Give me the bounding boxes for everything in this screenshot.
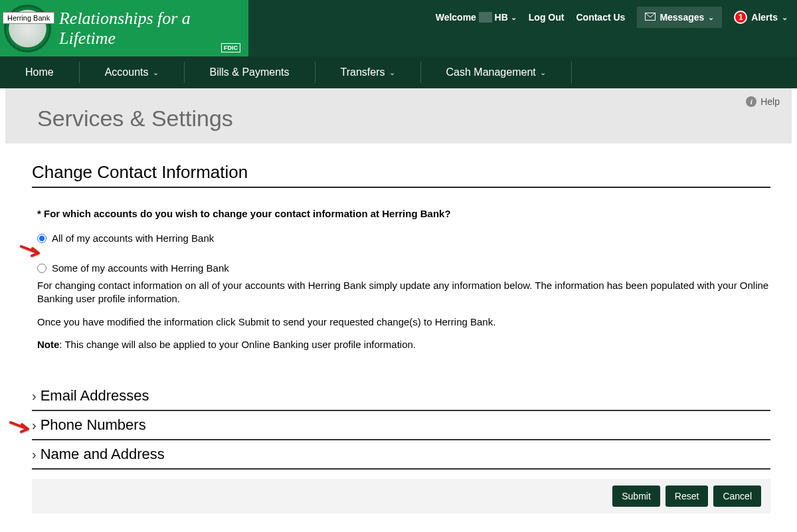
welcome-label: Welcome	[436, 12, 476, 23]
chevron-down-icon: ⌄	[511, 13, 517, 22]
instructional-text: For changing contact information on all …	[32, 279, 770, 351]
chevron-down-icon: ⌄	[540, 68, 546, 77]
nav-cash-label: Cash Management	[446, 66, 536, 78]
nav-accounts-label: Accounts	[105, 66, 149, 78]
info-icon: i	[746, 96, 756, 107]
accordion-name-label: Name and Address	[41, 446, 165, 463]
instruction-para-1: For changing contact information on all …	[37, 279, 770, 306]
envelope-icon	[645, 12, 656, 23]
submit-button[interactable]: Submit	[612, 486, 660, 507]
annotation-arrow-icon	[9, 420, 32, 433]
nav-separator	[571, 62, 572, 83]
contact-us-link[interactable]: Contact Us	[576, 12, 625, 23]
section-title: Change Contact Information	[32, 162, 770, 188]
instruction-para-2: Once you have modified the information c…	[37, 315, 770, 329]
alerts-menu[interactable]: 1 Alerts ⌄	[734, 11, 788, 24]
fdic-mark: FDIC	[221, 43, 240, 52]
user-avatar-placeholder	[479, 12, 492, 23]
action-bar: Submit Reset Cancel	[32, 479, 770, 513]
note-label: Note	[37, 339, 59, 350]
alert-count-badge: 1	[734, 11, 747, 24]
brand-block: Herring Bank Relationships for a Lifetim…	[0, 0, 248, 56]
chevron-down-icon: ⌄	[782, 13, 788, 22]
reset-button[interactable]: Reset	[665, 486, 709, 507]
account-scope-question: * For which accounts do you wish to chan…	[37, 208, 770, 219]
alerts-label: Alerts	[751, 12, 778, 23]
welcome-user-menu[interactable]: Welcome HB ⌄	[436, 12, 517, 23]
nav-accounts[interactable]: Accounts ⌄	[80, 56, 184, 88]
accordion-group: › Email Addresses › Phone Numbers › Name…	[32, 382, 770, 470]
chevron-right-icon: ›	[32, 447, 37, 462]
note-text: : This change will also be applied to yo…	[59, 339, 416, 350]
annotation-arrow-icon	[20, 244, 43, 257]
accordion-phone-label: Phone Numbers	[41, 416, 146, 434]
top-bar: Herring Bank Relationships for a Lifetim…	[0, 0, 797, 56]
brand-tagline: Relationships for a Lifetime	[59, 9, 248, 48]
messages-label: Messages	[660, 12, 704, 23]
brand-tooltip: Herring Bank	[3, 12, 54, 24]
chevron-down-icon: ⌄	[708, 13, 714, 22]
nav-home[interactable]: Home	[0, 56, 79, 88]
radio-all-input[interactable]	[37, 234, 46, 243]
cancel-button[interactable]: Cancel	[713, 486, 761, 507]
chevron-down-icon: ⌄	[153, 68, 159, 77]
nav-cash-management[interactable]: Cash Management ⌄	[421, 56, 571, 88]
accordion-email-label: Email Addresses	[41, 387, 149, 404]
note-para: Note: This change will also be applied t…	[37, 338, 770, 351]
nav-bills[interactable]: Bills & Payments	[185, 56, 315, 88]
logout-link[interactable]: Log Out	[529, 12, 565, 23]
help-label: Help	[760, 96, 780, 107]
messages-menu[interactable]: Messages ⌄	[637, 7, 722, 28]
radio-some-input[interactable]	[37, 264, 46, 273]
accordion-phone[interactable]: › Phone Numbers	[32, 411, 770, 440]
page-title: Services & Settings	[37, 106, 765, 132]
main-nav: Home Accounts ⌄ Bills & Payments Transfe…	[0, 56, 797, 88]
page-header: i Help Services & Settings	[5, 88, 792, 143]
radio-some-accounts[interactable]: Some of my accounts with Herring Bank	[37, 262, 770, 274]
radio-all-accounts[interactable]: All of my accounts with Herring Bank	[37, 232, 770, 244]
help-link[interactable]: i Help	[746, 96, 780, 107]
accordion-name-address[interactable]: › Name and Address	[32, 440, 770, 470]
chevron-right-icon: ›	[32, 389, 37, 404]
radio-all-label: All of my accounts with Herring Bank	[52, 232, 214, 244]
accordion-email[interactable]: › Email Addresses	[32, 382, 770, 411]
user-initials: HB	[495, 12, 508, 23]
main-content: Change Contact Information * For which a…	[0, 143, 797, 527]
chevron-down-icon: ⌄	[389, 68, 395, 77]
top-links: Welcome HB ⌄ Log Out Contact Us Messages…	[436, 0, 797, 28]
radio-some-label: Some of my accounts with Herring Bank	[52, 262, 229, 274]
nav-transfers-label: Transfers	[341, 66, 385, 78]
nav-transfers[interactable]: Transfers ⌄	[315, 56, 420, 88]
